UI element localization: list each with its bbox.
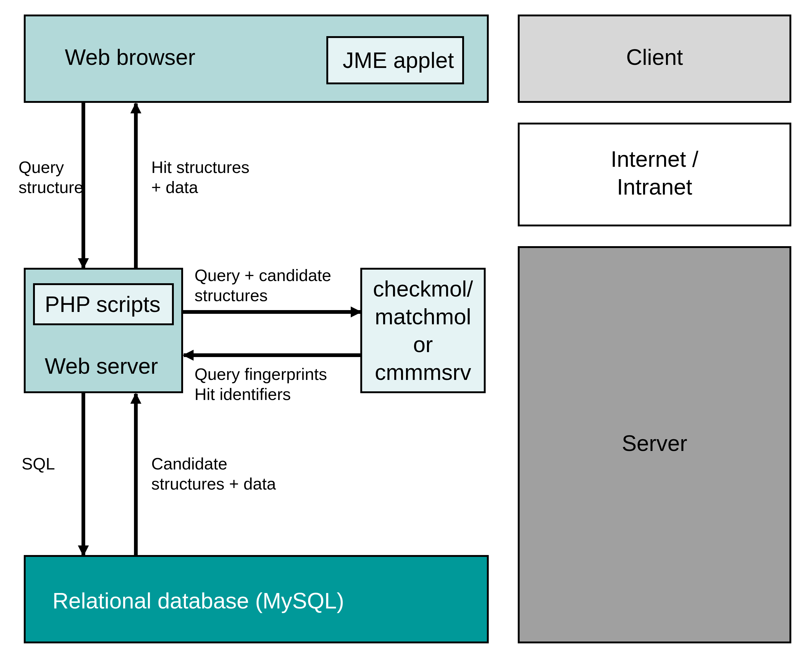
legend-client-label: Client xyxy=(626,45,683,69)
node-web-server: PHP scripts Web server xyxy=(25,269,182,392)
web-server-label: Web server xyxy=(45,354,158,378)
legend-network-label-1: Internet / xyxy=(611,147,698,171)
node-matcher: checkmol/ matchmol or cmmmsrv xyxy=(361,269,485,392)
matcher-line1: checkmol/ xyxy=(373,276,473,301)
edge-matcher-to-server-label-1: Query fingerprints xyxy=(195,365,327,383)
web-browser-label: Web browser xyxy=(65,45,195,69)
edge-server-to-browser-label-1: Hit structures xyxy=(151,158,250,176)
edge-server-to-browser-label-2: + data xyxy=(151,178,198,197)
legend-server: Server xyxy=(519,247,790,642)
edge-matcher-to-server-label-2: Hit identifiers xyxy=(195,385,291,403)
matcher-line4: cmmmsrv xyxy=(375,360,471,385)
legend-network: Internet / Intranet xyxy=(519,124,790,225)
jme-applet-label: JME applet xyxy=(343,48,454,72)
edge-browser-to-server-label-1: Query xyxy=(18,158,64,176)
node-jme-applet: JME applet xyxy=(327,37,463,83)
edge-server-to-matcher-label-2: structures xyxy=(195,286,268,304)
edge-server-to-matcher-label-1: Query + candidate xyxy=(195,266,331,284)
edge-browser-to-server-label-2: structure xyxy=(18,178,83,197)
legend-server-label: Server xyxy=(622,431,687,456)
database-label: Relational database (MySQL) xyxy=(52,588,344,613)
node-php-scripts: PHP scripts xyxy=(34,284,173,324)
node-database: Relational database (MySQL) xyxy=(25,556,488,642)
legend-network-label-2: Intranet xyxy=(617,175,692,199)
legend-client: Client xyxy=(519,15,790,102)
matcher-line2: matchmol xyxy=(375,304,471,329)
edge-db-to-server-label-1: Candidate xyxy=(151,454,227,473)
edge-server-to-db-label: SQL xyxy=(22,454,55,473)
node-web-browser: Web browser JME applet xyxy=(25,15,488,102)
php-scripts-label: PHP scripts xyxy=(45,292,161,317)
matcher-line3: or xyxy=(413,332,433,357)
edge-db-to-server-label-2: structures + data xyxy=(151,474,276,493)
